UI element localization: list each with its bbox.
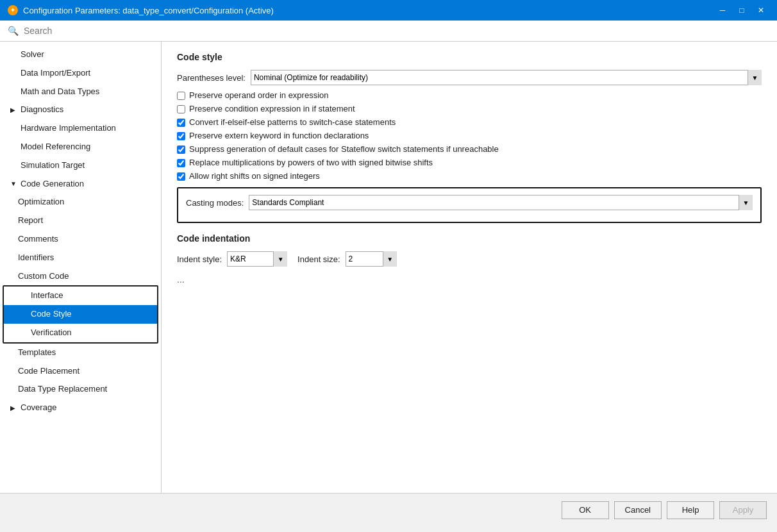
checkbox-replace-multiplications: Replace multiplications by powers of two… (177, 158, 762, 167)
highlighted-group: Interface Code Style Verification (3, 285, 158, 343)
sidebar-item-simulation-target[interactable]: Simulation Target (0, 156, 161, 175)
parentheses-row: Parentheses level: Nominal (Optimize for… (177, 70, 762, 85)
expand-arrow-coverage: ▶ (10, 403, 18, 413)
app-icon: ✦ (8, 5, 18, 15)
indentation-row: Indent style: K&R Allman GNU Whitesmiths… (177, 251, 762, 267)
sidebar-label-coverage: Coverage (21, 401, 56, 415)
sidebar-label-code-placement: Code Placement (18, 365, 79, 378)
replace-multiplications-label: Replace multiplications by powers of two… (189, 158, 433, 167)
sidebar-item-diagnostics[interactable]: ▶ Diagnostics (0, 101, 161, 119)
sidebar-label-code-generation: Code Generation (21, 178, 84, 191)
sidebar-label-data-type-replacement: Data Type Replacement (18, 383, 107, 396)
checkbox-convert-if-elseif: Convert if-elseif-else patterns to switc… (177, 117, 762, 127)
content-area: Code style Parentheses level: Nominal (O… (162, 42, 777, 493)
indent-size-select-wrapper[interactable]: 2 3 4 8 ▼ (346, 251, 397, 267)
preserve-operand-checkbox[interactable] (177, 92, 185, 100)
apply-button[interactable]: Apply (719, 501, 767, 519)
expand-arrow-diagnostics: ▶ (10, 105, 18, 115)
sidebar-label-simulation-target: Simulation Target (21, 159, 85, 172)
sidebar-item-templates[interactable]: Templates (0, 344, 161, 362)
casting-modes-box: Casting modes: Standards Compliant Expli… (177, 187, 762, 223)
checkbox-suppress-default: Suppress generation of default cases for… (177, 144, 762, 154)
sidebar-label-model-referencing: Model Referencing (21, 140, 90, 154)
indent-size-group: Indent size: 2 3 4 8 ▼ (297, 251, 397, 267)
sidebar-label-templates: Templates (18, 346, 56, 360)
close-button[interactable]: ✕ (753, 4, 769, 17)
checkbox-preserve-condition: Preserve condition expression in if stat… (177, 104, 762, 113)
sidebar-label-verification: Verification (31, 326, 72, 340)
sidebar-label-math-and-data-types: Math and Data Types (21, 85, 99, 99)
indent-style-label: Indent style: (177, 254, 222, 264)
sidebar-item-data-import-export[interactable]: Data Import/Export (0, 64, 161, 83)
sidebar-label-solver: Solver (21, 48, 44, 62)
allow-right-shifts-label: Allow right shifts on signed integers (189, 171, 320, 181)
sidebar-label-interface: Interface (31, 289, 63, 303)
sidebar-item-code-placement[interactable]: Code Placement (0, 362, 161, 381)
sidebar-item-code-style[interactable]: Code Style (4, 305, 157, 324)
preserve-condition-checkbox[interactable] (177, 105, 185, 113)
title-bar: ✦ Configuration Parameters: data_type_co… (0, 0, 777, 21)
casting-modes-label: Casting modes: (186, 198, 244, 208)
replace-multiplications-checkbox[interactable] (177, 159, 185, 167)
sidebar-item-code-generation[interactable]: ▼ Code Generation (0, 175, 161, 194)
indent-style-select-wrapper[interactable]: K&R Allman GNU Whitesmiths ▼ (227, 251, 287, 267)
sidebar-item-solver[interactable]: Solver (0, 46, 161, 64)
sidebar-label-data-import-export: Data Import/Export (21, 67, 90, 80)
convert-if-elseif-checkbox[interactable] (177, 119, 185, 127)
sidebar-item-data-type-replacement[interactable]: Data Type Replacement (0, 380, 161, 399)
main-layout: Solver Data Import/Export Math and Data … (0, 42, 777, 493)
minimize-button[interactable]: ─ (714, 4, 731, 17)
sidebar-item-coverage[interactable]: ▶ Coverage (0, 399, 161, 417)
window-controls[interactable]: ─ □ ✕ (714, 4, 769, 17)
sidebar-item-custom-code[interactable]: Custom Code (0, 267, 161, 286)
ellipsis: ... (177, 274, 762, 285)
ok-button[interactable]: OK (562, 501, 609, 519)
sidebar-label-code-style: Code Style (31, 308, 72, 321)
sidebar-label-hardware-implementation: Hardware Implementation (21, 122, 116, 135)
sidebar-label-comments: Comments (18, 233, 58, 246)
code-indentation-section-title: Code indentation (177, 233, 762, 244)
sidebar-item-comments[interactable]: Comments (0, 230, 161, 249)
indent-style-select[interactable]: K&R Allman GNU Whitesmiths (227, 251, 287, 267)
sidebar-label-identifiers: Identifiers (18, 251, 54, 265)
preserve-extern-checkbox[interactable] (177, 132, 185, 140)
cancel-button[interactable]: Cancel (614, 501, 662, 519)
preserve-operand-label: Preserve operand order in expression (189, 90, 329, 100)
preserve-condition-label: Preserve condition expression in if stat… (189, 104, 355, 113)
sidebar-item-optimization[interactable]: Optimization (0, 193, 161, 212)
window-title: Configuration Parameters: data_type_conv… (23, 6, 274, 15)
title-bar-left: ✦ Configuration Parameters: data_type_co… (8, 5, 274, 15)
sidebar-item-hardware-implementation[interactable]: Hardware Implementation (0, 119, 161, 138)
sidebar-item-math-and-data-types[interactable]: Math and Data Types (0, 83, 161, 101)
indent-style-group: Indent style: K&R Allman GNU Whitesmiths… (177, 251, 287, 267)
checkbox-preserve-extern: Preserve extern keyword in function decl… (177, 131, 762, 140)
parentheses-select-wrapper[interactable]: Nominal (Optimize for readability) Maxim… (251, 70, 762, 85)
parentheses-label: Parentheses level: (177, 73, 246, 83)
maximize-button[interactable]: □ (733, 4, 750, 17)
casting-modes-row: Casting modes: Standards Compliant Expli… (186, 195, 753, 210)
sidebar-item-interface[interactable]: Interface (4, 287, 157, 305)
indent-size-label: Indent size: (297, 254, 340, 264)
sidebar-item-identifiers[interactable]: Identifiers (0, 249, 161, 267)
checkbox-allow-right-shifts: Allow right shifts on signed integers (177, 171, 762, 181)
suppress-default-checkbox[interactable] (177, 145, 185, 154)
sidebar-item-verification[interactable]: Verification (4, 324, 157, 342)
sidebar-label-optimization: Optimization (18, 195, 64, 209)
casting-modes-select-wrapper[interactable]: Standards Compliant Explicit Nominal ▼ (249, 195, 753, 210)
convert-if-elseif-label: Convert if-elseif-else patterns to switc… (189, 117, 396, 127)
code-style-section-title: Code style (177, 52, 762, 62)
checkbox-preserve-operand: Preserve operand order in expression (177, 90, 762, 100)
sidebar-label-diagnostics: Diagnostics (21, 103, 63, 117)
search-input[interactable] (24, 26, 769, 36)
sidebar-item-report[interactable]: Report (0, 212, 161, 230)
allow-right-shifts-checkbox[interactable] (177, 172, 185, 181)
search-icon: 🔍 (8, 26, 19, 36)
help-button[interactable]: Help (667, 501, 714, 519)
bottom-bar: OK Cancel Help Apply (0, 493, 777, 526)
suppress-default-label: Suppress generation of default cases for… (189, 144, 499, 154)
casting-modes-select[interactable]: Standards Compliant Explicit Nominal (249, 195, 753, 210)
parentheses-select[interactable]: Nominal (Optimize for readability) Maxim… (251, 70, 762, 85)
sidebar-label-report: Report (18, 214, 43, 228)
sidebar-item-model-referencing[interactable]: Model Referencing (0, 138, 161, 156)
indent-size-select[interactable]: 2 3 4 8 (346, 251, 397, 267)
